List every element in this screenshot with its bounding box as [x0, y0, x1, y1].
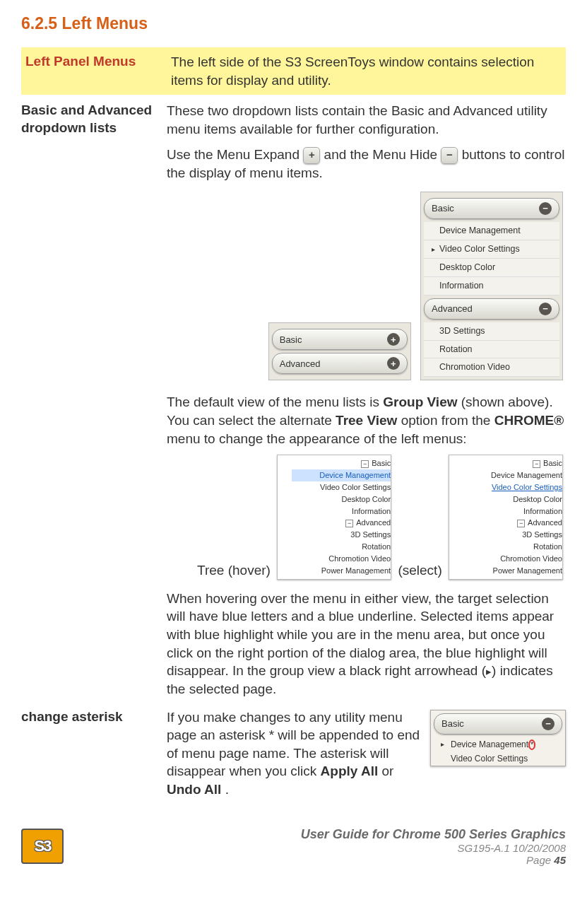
tree-basic-label: Basic [543, 459, 562, 467]
tree-item[interactable]: Power Management [449, 565, 562, 577]
footer-page-num: 45 [554, 854, 566, 866]
list-item[interactable]: Desktop Color [424, 259, 559, 277]
tree-item[interactable]: Chromotion Video [449, 553, 562, 565]
label-asterisk: change asterisk [21, 708, 167, 799]
list-item-label: Device Management [439, 225, 521, 237]
minus-icon: − [539, 303, 552, 315]
tree-select-caption: (select) [398, 563, 441, 578]
footer-sub: SG195-A.1 10/20/2008 [301, 842, 566, 854]
list-item[interactable]: Video Color Settings [431, 752, 565, 766]
collapse-icon: − [361, 460, 369, 468]
tree-basic-node[interactable]: −Basic [278, 457, 391, 469]
asterisk-or: or [382, 764, 394, 778]
tree-advanced-label: Advanced [528, 518, 562, 527]
list-item[interactable]: Device Management [424, 222, 559, 240]
tree-item[interactable]: Rotation [449, 541, 562, 553]
asterisk-item-label: Device Management* [451, 739, 535, 750]
basic-pill-collapsed[interactable]: Basic + [272, 329, 408, 350]
asterisk-figure: Basic − ▸ Device Management* Video Color… [430, 710, 566, 766]
basic-pill-expanded[interactable]: Basic − [424, 198, 559, 219]
advanced-pill-expanded[interactable]: Advanced − [424, 298, 559, 320]
collapse-icon: − [517, 520, 525, 527]
minus-icon: − [539, 202, 552, 215]
tree-item[interactable]: Device Management [292, 469, 391, 481]
advanced-pill-collapsed[interactable]: Advanced + [272, 353, 408, 374]
tree-hover-panel: −Basic Device Management Video Color Set… [277, 455, 391, 579]
basic-pill-label: Basic [441, 718, 464, 730]
list-item-label: Video Color Settings [439, 243, 520, 255]
tree-advanced-node[interactable]: −Advanced [449, 517, 562, 529]
tree-item-label: Rotation [533, 542, 562, 551]
plus-icon: + [387, 357, 400, 370]
tree-item-label: Device Management [491, 471, 562, 479]
figure-tree-view: Tree (hover) −Basic Device Management Vi… [167, 455, 566, 579]
tree-item-label: Rotation [362, 542, 391, 551]
tree-item-label: Chromotion Video [328, 554, 391, 563]
tree-item[interactable]: Rotation [278, 541, 391, 553]
p3b: Group View [383, 394, 457, 409]
list-item[interactable]: Chromotion Video [424, 358, 559, 377]
tree-item[interactable]: Chromotion Video [278, 553, 391, 565]
tree-advanced-node[interactable]: −Advanced [278, 517, 391, 529]
asterisk-highlight-icon: * [528, 739, 535, 750]
list-item[interactable]: Information [424, 277, 559, 296]
basic-pill-label: Basic [432, 202, 454, 215]
tree-item[interactable]: Desktop Color [278, 493, 391, 505]
arrowhead-icon: ▸ [486, 665, 492, 677]
basic-pill-asterisk[interactable]: Basic − [434, 713, 562, 735]
tree-item-label: Desktop Color [513, 495, 562, 503]
tree-item[interactable]: Video Color Settings [449, 481, 562, 493]
p3e: option from the [401, 413, 494, 428]
collapse-icon: − [345, 520, 353, 527]
advanced-pill-label: Advanced [432, 303, 473, 315]
asterisk-item2-label: Video Color Settings [451, 753, 528, 764]
tree-item-label: Information [352, 507, 391, 515]
tree-item-label: Information [523, 507, 562, 515]
list-item[interactable]: ▸ Device Management* [431, 737, 565, 752]
tree-item[interactable]: 3D Settings [278, 529, 391, 541]
tree-item[interactable]: 3D Settings [449, 529, 562, 541]
undo-all-text: Undo All [167, 782, 221, 797]
advanced-pill-label: Advanced [280, 358, 321, 370]
tree-item-label: Video Color Settings [320, 483, 391, 491]
para2-part2: and the Menu Hide [324, 147, 441, 162]
list-item[interactable]: 3D Settings [424, 322, 559, 341]
tree-item-label: Video Color Settings [492, 483, 562, 491]
asterisk-period: . [225, 782, 229, 797]
tree-item[interactable]: Desktop Color [449, 493, 562, 505]
tree-item[interactable]: Video Color Settings [278, 481, 391, 493]
tree-item[interactable]: Power Management [278, 565, 391, 577]
dropdowns-para4: When hovering over the menu in either vi… [167, 590, 566, 698]
p3f: CHROME® [494, 413, 564, 428]
dropdowns-para2: Use the Menu Expand + and the Menu Hide … [167, 146, 566, 182]
list-item[interactable]: ▸Video Color Settings [424, 240, 559, 259]
menu-expand-icon: + [303, 147, 320, 164]
p3g: menu to change the appearance of the lef… [167, 431, 467, 446]
apply-all-text: Apply All [321, 764, 379, 778]
list-item-label: Chromotion Video [439, 361, 510, 373]
tree-item[interactable]: Device Management [449, 469, 562, 481]
section-heading: 6.2.5 Left Menus [21, 14, 566, 33]
minus-icon: − [542, 718, 555, 730]
tree-item-label: Chromotion Video [500, 554, 562, 563]
footer-page: Page 45 [301, 854, 566, 866]
list-item[interactable]: Rotation [424, 341, 559, 359]
dropdowns-para1: These two dropdown lists contain the Bas… [167, 102, 566, 138]
list-item-label: Rotation [439, 344, 473, 356]
selected-arrow-icon: ▸ [428, 245, 435, 255]
page-footer: S3 User Guide for Chrome 500 Series Grap… [21, 827, 566, 866]
basic-pill-label: Basic [280, 334, 302, 346]
basic-subitems: Device Management ▸Video Color Settings … [424, 222, 559, 296]
tree-select-panel: −Basic Device Management Video Color Set… [449, 455, 563, 579]
tree-item[interactable]: Information [449, 505, 562, 517]
para2-part1: Use the Menu Expand [167, 147, 303, 162]
tree-item-label: Desktop Color [341, 495, 391, 503]
tree-hover-caption: Tree (hover) [197, 563, 271, 578]
dropdowns-para3: The default view of the menu lists is Gr… [167, 393, 566, 448]
footer-text: User Guide for Chrome 500 Series Graphic… [301, 827, 566, 866]
list-item-label: Information [439, 280, 484, 292]
collapse-icon: − [533, 460, 540, 468]
tree-item-label: 3D Settings [522, 530, 562, 539]
tree-basic-node[interactable]: −Basic [449, 457, 562, 469]
tree-item[interactable]: Information [278, 505, 391, 517]
